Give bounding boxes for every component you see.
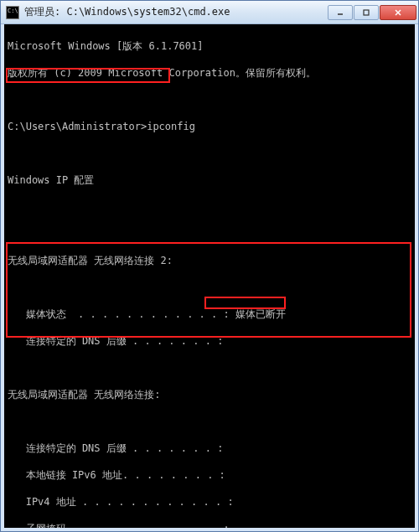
minimize-button[interactable] — [328, 5, 353, 20]
output-line: IPv4 地址 . . . . . . . . . . . . : — [8, 495, 411, 509]
output-line: 媒体状态 . . . . . . . . . . . . : 媒体已断开 — [8, 307, 411, 321]
window-title: 管理员: C:\Windows\system32\cmd.exe — [24, 5, 328, 19]
output-line: 连接特定的 DNS 后缀 . . . . . . . : — [8, 442, 411, 455]
section-title: Windows IP 配置 — [8, 173, 411, 187]
adapter-title: 无线局域网适配器 无线网络连接 2: — [8, 254, 411, 267]
header-line: Microsoft Windows [版本 6.1.7601] — [8, 39, 411, 53]
titlebar[interactable]: 管理员: C:\Windows\system32\cmd.exe — [1, 1, 418, 24]
console-output[interactable]: Microsoft Windows [版本 6.1.7601] 版权所有 (c)… — [4, 24, 415, 528]
svg-rect-1 — [364, 10, 369, 15]
output-line: 本地链接 IPv6 地址. . . . . . . . : — [8, 468, 411, 482]
window-controls — [328, 5, 416, 20]
command-prompt-window: 管理员: C:\Windows\system32\cmd.exe Microso… — [0, 0, 419, 532]
command-line: C:\Users\Administrator>ipconfig — [8, 120, 411, 133]
output-line: 连接特定的 DNS 后缀 . . . . . . . : — [8, 334, 411, 348]
output-line: 子网掩码 . . . . . . . . . . . . : — [8, 522, 411, 528]
maximize-button[interactable] — [354, 5, 379, 20]
header-line: 版权所有 (c) 2009 Microsoft Corporation。保留所有… — [8, 66, 411, 80]
cmd-icon — [6, 6, 19, 19]
close-button[interactable] — [380, 5, 416, 20]
adapter-title: 无线局域网适配器 无线网络连接: — [8, 388, 411, 401]
